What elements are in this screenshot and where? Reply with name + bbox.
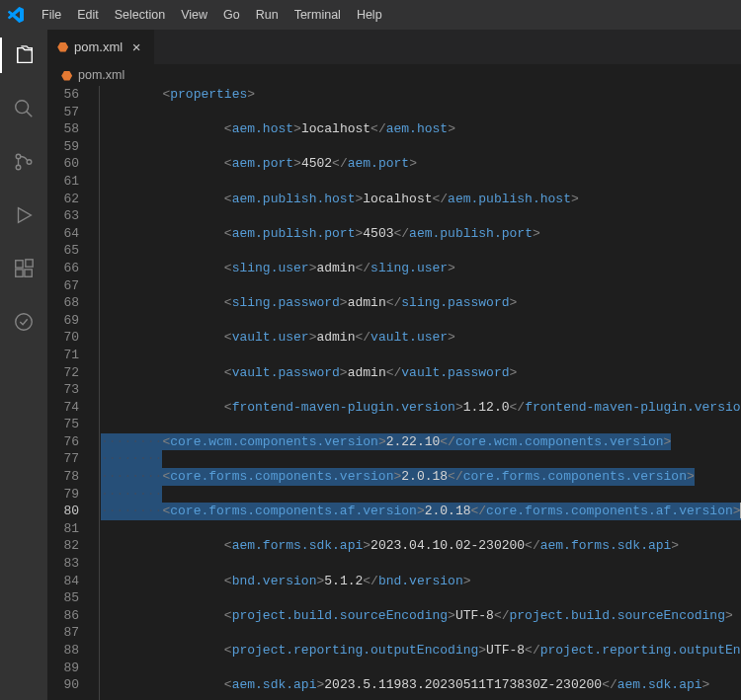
line-number: 75 [47,416,79,433]
svg-marker-5 [19,208,32,223]
code-line[interactable] [99,555,741,573]
explorer-icon[interactable] [0,38,47,73]
menu-file[interactable]: File [34,4,69,26]
breadcrumb-file: pom.xml [78,68,124,82]
code-line[interactable]: <bnd.version>5.1.2</bnd.version> [99,573,741,590]
menu-help[interactable]: Help [349,4,390,26]
code-line[interactable] [99,312,741,330]
line-number: 89 [47,660,79,677]
line-number: 59 [47,138,79,156]
line-number: 88 [47,642,79,660]
line-number: 84 [47,573,79,590]
line-number: 78 [47,468,79,486]
line-number: 61 [47,173,79,191]
code-line[interactable] [99,381,741,399]
line-number: 64 [47,225,79,243]
code-line[interactable]: ········<core.wcm.components.version>2.2… [99,433,741,451]
activity-bar [0,30,47,700]
test-icon[interactable] [0,304,47,340]
line-number: 71 [47,347,79,364]
code-line[interactable]: <aem.publish.port>4503</aem.publish.port… [99,225,741,243]
svg-point-0 [16,101,29,114]
code-line[interactable]: <frontend-maven-plugin.version>1.12.0</f… [99,399,741,417]
menu-selection[interactable]: Selection [107,4,173,26]
code-line[interactable] [99,277,741,295]
code-line[interactable] [99,104,741,121]
line-number: 56 [47,86,79,104]
code-line[interactable]: <vault.password>admin</vault.password> [99,364,741,382]
source-control-icon[interactable] [0,144,47,180]
code-area[interactable]: <properties> <aem.host>localhost</aem.ho… [99,86,741,700]
close-icon[interactable]: × [128,39,144,55]
code-line[interactable]: <project.reporting.outputEncoding>UTF-8<… [99,642,741,660]
code-line[interactable]: ········<core.forms.components.version>2… [99,468,741,486]
tab-bar: ⬣ pom.xml × [47,30,741,64]
svg-rect-7 [16,270,23,276]
line-number: 72 [47,364,79,382]
code-line[interactable]: <sling.password>admin</sling.password> [99,294,741,312]
line-number: 76 [47,433,79,451]
vscode-logo-icon [8,7,24,23]
line-number: 70 [47,329,79,347]
xml-file-icon: ⬣ [61,68,72,83]
menu-run[interactable]: Run [248,4,287,26]
code-line[interactable] [99,242,741,260]
line-number: 81 [47,520,79,538]
code-line[interactable] [99,624,741,642]
breadcrumb[interactable]: ⬣ pom.xml [47,64,741,86]
svg-point-4 [27,160,32,165]
line-number: 65 [47,242,79,260]
line-number: 66 [47,260,79,277]
code-line[interactable]: <vault.user>admin</vault.user> [99,329,741,347]
search-icon[interactable] [0,91,47,126]
code-line[interactable] [99,173,741,191]
svg-rect-8 [25,270,32,276]
menu-terminal[interactable]: Terminal [287,4,349,26]
line-number: 82 [47,537,79,555]
code-line[interactable]: <aem.forms.sdk.api>2023.04.10.02-230200<… [99,537,741,555]
line-number: 62 [47,191,79,208]
code-line[interactable] [99,416,741,433]
code-line[interactable] [99,138,741,156]
line-number: 87 [47,624,79,642]
menu-view[interactable]: View [173,4,215,26]
line-number: 67 [47,277,79,295]
editor-group: ⬣ pom.xml × ⬣ pom.xml 565758596061626364… [47,30,741,700]
line-number: 79 [47,486,79,504]
line-number: 73 [47,381,79,399]
menu-go[interactable]: Go [215,4,248,26]
svg-line-1 [27,112,33,117]
extensions-icon[interactable] [0,251,47,286]
code-line[interactable] [99,660,741,677]
code-line[interactable] [99,347,741,364]
line-number: 68 [47,294,79,312]
line-number: 57 [47,104,79,121]
code-line[interactable] [99,520,741,538]
code-line[interactable]: <aem.port>4502</aem.port> [99,155,741,173]
code-line[interactable]: <sling.user>admin</sling.user> [99,260,741,277]
svg-point-3 [16,165,21,170]
line-number: 90 [47,676,79,694]
menu-edit[interactable]: Edit [69,4,107,26]
code-line[interactable]: <properties> [99,86,741,104]
code-line[interactable]: <project.build.sourceEncoding>UTF-8</pro… [99,607,741,625]
code-line[interactable]: ········ [99,450,741,468]
code-line[interactable]: ········<core.forms.components.af.versio… [99,503,741,520]
code-line[interactable] [99,589,741,607]
tab-label: pom.xml [74,39,123,54]
code-line[interactable]: <aem.host>localhost</aem.host> [99,120,741,138]
menubar: File Edit Selection View Go Run Terminal… [0,0,741,30]
code-line[interactable]: <aem.sdk.api>2023.5.11983.20230511T17383… [99,676,741,694]
code-editor[interactable]: 5657585960616263646566676869707172737475… [47,86,741,700]
code-line[interactable] [99,207,741,225]
line-number: 60 [47,155,79,173]
line-number: 74 [47,399,79,417]
svg-rect-9 [26,260,33,267]
line-number: 83 [47,555,79,573]
code-line[interactable]: ········ [99,486,741,504]
tab-pom-xml[interactable]: ⬣ pom.xml × [47,30,155,64]
svg-point-10 [16,314,33,331]
code-line[interactable]: <aem.publish.host>localhost</aem.publish… [99,191,741,208]
line-number: 69 [47,312,79,330]
run-debug-icon[interactable] [0,197,47,233]
